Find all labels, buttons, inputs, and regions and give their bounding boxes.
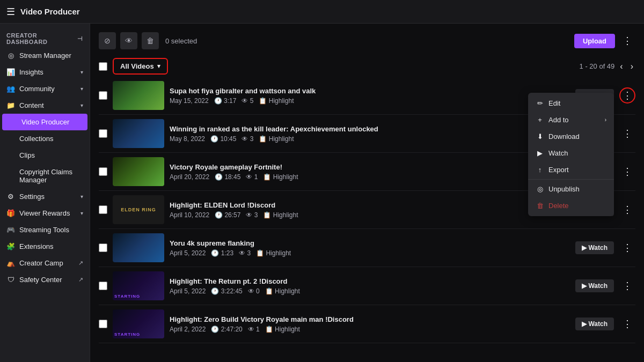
video-type-7: 📋 Highlight (265, 326, 300, 333)
context-menu-item-edit[interactable]: ✏Edit (528, 95, 614, 112)
video-info-2: Winning in ranked as the kill leader: Ap… (170, 125, 570, 143)
video-date-4: April 10, 2022 (170, 211, 209, 219)
context-menu-label-delete: Delete (548, 202, 569, 210)
video-meta-3: April 20, 2022🕐 18:45👁 1📋 Highlight (170, 173, 570, 181)
video-meta-1: May 15, 2022🕐 3:17👁 5📋 Highlight (170, 97, 570, 105)
video-date-5: April 5, 2022 (170, 249, 206, 257)
sidebar-item-viewer-rewards[interactable]: 🎁Viewer Rewards▾ (0, 205, 90, 221)
community-icon: 👥 (6, 85, 15, 93)
video-type-2: 📋 Highlight (259, 135, 294, 143)
sidebar-label-copyright-claims: Copyright Claims Manager (19, 168, 83, 184)
video-meta-4: April 10, 2022🕐 26:57👁 3📋 Highlight (170, 211, 570, 219)
sidebar-item-copyright-claims[interactable]: Copyright Claims Manager (0, 164, 90, 188)
collapse-icon[interactable]: ⊣ (77, 35, 83, 42)
sidebar-item-creator-camp[interactable]: ⛺Creator Camp↗ (0, 255, 90, 271)
video-checkbox-4[interactable] (99, 205, 107, 214)
sidebar-label-insights: Insights (19, 68, 76, 76)
video-type-1: 📋 Highlight (259, 97, 294, 105)
sidebar-label-video-producer: Video Producer (21, 118, 81, 126)
row-more-button-5[interactable]: ⋮ (619, 240, 635, 256)
context-menu-item-add-to[interactable]: +Add to› (528, 112, 614, 128)
row-more-button-6[interactable]: ⋮ (619, 278, 635, 294)
sidebar-item-extensions[interactable]: 🧩Extensions (0, 238, 90, 255)
all-videos-dropdown[interactable]: All Videos ▾ (113, 58, 168, 75)
sidebar-item-community[interactable]: 👥Community▾ (0, 80, 90, 97)
row-more-button-3[interactable]: ⋮ (619, 164, 635, 180)
row-more-button-7[interactable]: ⋮ (619, 316, 635, 332)
sidebar-item-video-producer[interactable]: Video Producer (2, 114, 87, 130)
watch-button-5[interactable]: ▶ Watch (575, 241, 614, 254)
main-content: ⊘ 👁 🗑 0 selected Upload ⋮ All Videos ▾ 1… (90, 24, 644, 362)
watch-menu-icon: ▶ (536, 149, 544, 157)
sidebar-item-streaming-tools[interactable]: 🎮Streaming Tools (0, 221, 90, 238)
row-more-button-2[interactable]: ⋮ (619, 125, 635, 142)
context-menu-item-unpublish[interactable]: ◎Unpublish (528, 181, 614, 197)
video-duration-2: 🕐 10:45 (210, 135, 236, 143)
delete-icon-btn[interactable]: 🗑 (142, 32, 159, 49)
video-date-1: May 15, 2022 (170, 97, 209, 105)
watch-button-7[interactable]: ▶ Watch (575, 317, 614, 330)
toolbar-more-button[interactable]: ⋮ (619, 33, 635, 49)
video-views-3: 👁 1 (246, 173, 258, 181)
context-menu-label-watch: Watch (548, 149, 568, 157)
next-page-button[interactable]: › (628, 61, 635, 72)
video-checkbox-6[interactable] (99, 282, 107, 290)
video-title-1: Supa hot fiya gibralter and wattson and … (170, 87, 570, 95)
context-menu-item-watch[interactable]: ▶Watch (528, 145, 614, 161)
video-views-6: 👁 0 (248, 287, 260, 295)
sidebar-item-collections[interactable]: Collections (0, 130, 90, 147)
sidebar-item-clips[interactable]: Clips (0, 147, 90, 164)
sidebar-label-collections: Collections (19, 135, 83, 143)
sidebar-label-clips: Clips (19, 151, 83, 159)
sidebar-item-insights[interactable]: 📊Insights▾ (0, 64, 90, 80)
visibility-icon-btn[interactable]: 👁 (120, 32, 137, 49)
video-duration-5: 🕐 1:23 (211, 249, 233, 257)
delete-menu-icon: 🗑 (536, 202, 544, 210)
hamburger-icon[interactable]: ☰ (6, 6, 15, 18)
video-info-6: Highlight: The Return pt. 2 !DiscordApri… (170, 277, 570, 295)
video-thumbnail-2 (113, 119, 164, 148)
video-checkbox-7[interactable] (99, 320, 107, 328)
row-more-button-4[interactable]: ⋮ (619, 202, 635, 218)
context-menu: ✏Edit+Add to›⬇Download▶Watch↑Export◎Unpu… (528, 93, 614, 216)
video-checkbox-1[interactable] (99, 91, 107, 100)
layout: CREATOR DASHBOARD ⊣ ◎Stream Manager📊Insi… (0, 24, 644, 362)
sidebar-item-content[interactable]: 📁Content▾ (0, 97, 90, 114)
app-title: Video Producer (20, 7, 80, 16)
prev-page-button[interactable]: ‹ (618, 61, 625, 72)
video-row: STARTINGHighlight: The Return pt. 2 !Dis… (99, 267, 635, 305)
context-menu-item-delete[interactable]: 🗑Delete (528, 197, 614, 214)
row-more-button-1[interactable]: ⋮ (619, 87, 635, 104)
video-date-2: May 8, 2022 (170, 135, 205, 143)
sidebar-item-stream-manager[interactable]: ◎Stream Manager (0, 47, 90, 64)
context-menu-item-export[interactable]: ↑Export (528, 161, 614, 178)
select-all-checkbox[interactable] (99, 62, 107, 71)
video-checkbox-3[interactable] (99, 167, 107, 176)
external-icon-creator-camp: ↗ (78, 260, 83, 267)
hide-icon-btn[interactable]: ⊘ (99, 32, 116, 49)
video-checkbox-5[interactable] (99, 243, 107, 252)
video-meta-6: April 5, 2022🕐 3:22:45👁 0📋 Highlight (170, 287, 570, 295)
watch-button-6[interactable]: ▶ Watch (575, 279, 614, 292)
topbar: ☰ Video Producer (0, 0, 644, 24)
upload-button[interactable]: Upload (574, 34, 615, 48)
video-duration-6: 🕐 3:22:45 (211, 287, 242, 295)
filter-header-row: All Videos ▾ 1 - 20 of 49 ‹ › (99, 58, 635, 77)
sidebar-item-settings[interactable]: ⚙Settings▾ (0, 188, 90, 205)
sidebar-item-safety-center[interactable]: 🛡Safety Center↗ (0, 271, 90, 288)
context-menu-item-download[interactable]: ⬇Download (528, 128, 614, 145)
video-duration-4: 🕐 26:57 (215, 211, 240, 219)
video-row: STARTINGHighlight: Zero Build Victory Ro… (99, 305, 635, 343)
sidebar-label-stream-manager: Stream Manager (19, 51, 83, 60)
video-list: Supa hot fiya gibralter and wattson and … (99, 77, 635, 343)
video-type-3: 📋 Highlight (263, 173, 298, 181)
video-info-4: Highlight: ELDEN Lord !DiscordApril 10, … (170, 201, 570, 219)
context-menu-divider (528, 179, 614, 180)
sidebar-label-extensions: Extensions (19, 242, 83, 250)
video-checkbox-2[interactable] (99, 129, 107, 138)
chevron-down-icon: ▾ (157, 63, 160, 70)
video-type-4: 📋 Highlight (263, 211, 298, 219)
video-info-5: Yoru 4k supreme flankingApril 5, 2022🕐 1… (170, 239, 570, 257)
video-type-5: 📋 Highlight (256, 249, 291, 257)
safety-center-icon: 🛡 (6, 276, 15, 284)
